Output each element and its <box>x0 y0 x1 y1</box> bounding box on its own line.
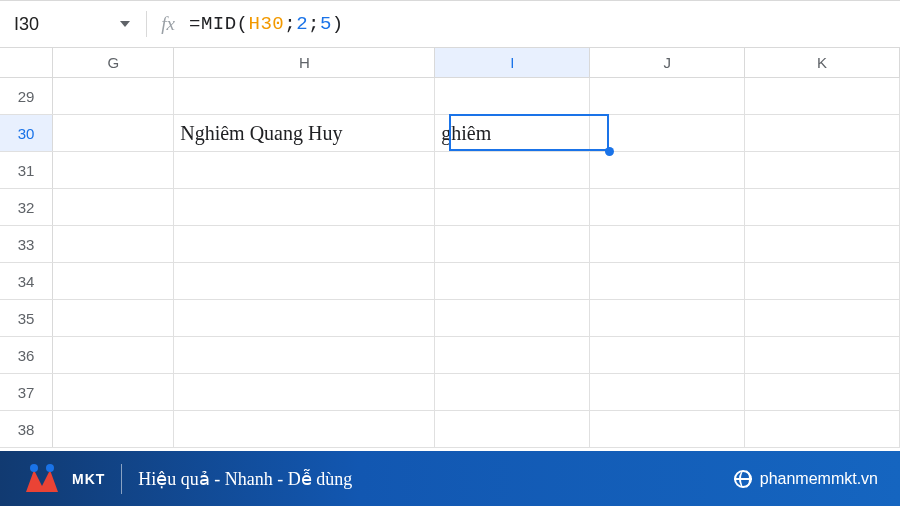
table-row: 35 <box>0 300 900 337</box>
cell-G33[interactable] <box>53 226 174 262</box>
col-header-H[interactable]: H <box>174 48 435 77</box>
cell-G37[interactable] <box>53 374 174 410</box>
name-box-value: I30 <box>14 14 39 35</box>
table-row: 33 <box>0 226 900 263</box>
row-header-34[interactable]: 34 <box>0 263 53 299</box>
cell-H37[interactable] <box>174 374 435 410</box>
fx-icon[interactable]: fx <box>157 13 179 35</box>
footer-slogan: Hiệu quả - Nhanh - Dễ dùng <box>138 468 352 490</box>
cell-I35[interactable] <box>435 300 590 336</box>
cell-J36[interactable] <box>590 337 745 373</box>
cell-H30[interactable]: Nghiêm Quang Huy <box>174 115 435 151</box>
row-header-31[interactable]: 31 <box>0 152 53 188</box>
formula-bar: I30 fx =MID(H30;2;5) <box>0 0 900 48</box>
chevron-down-icon[interactable] <box>120 21 130 27</box>
column-headers: GHIJK <box>0 48 900 78</box>
fill-handle[interactable] <box>605 147 614 156</box>
table-row: 36 <box>0 337 900 374</box>
cell-I30[interactable]: ghiêm <box>435 115 590 151</box>
cell-G32[interactable] <box>53 189 174 225</box>
cell-J35[interactable] <box>590 300 745 336</box>
cell-H34[interactable] <box>174 263 435 299</box>
cell-H33[interactable] <box>174 226 435 262</box>
table-row: 31 <box>0 152 900 189</box>
cell-H32[interactable] <box>174 189 435 225</box>
svg-point-1 <box>46 464 54 472</box>
row-header-30[interactable]: 30 <box>0 115 53 151</box>
col-header-J[interactable]: J <box>590 48 745 77</box>
cell-K31[interactable] <box>745 152 900 188</box>
brand-logo: MKT <box>22 462 105 496</box>
cell-K32[interactable] <box>745 189 900 225</box>
cell-G31[interactable] <box>53 152 174 188</box>
cell-K38[interactable] <box>745 411 900 447</box>
cell-J33[interactable] <box>590 226 745 262</box>
row-header-35[interactable]: 35 <box>0 300 53 336</box>
cell-I31[interactable] <box>435 152 590 188</box>
table-row: 34 <box>0 263 900 300</box>
table-row: 37 <box>0 374 900 411</box>
spreadsheet-grid[interactable]: GHIJK 2930Nghiêm Quang Huyghiêm313233343… <box>0 48 900 506</box>
cell-J38[interactable] <box>590 411 745 447</box>
svg-point-0 <box>30 464 38 472</box>
cell-G35[interactable] <box>53 300 174 336</box>
cell-J32[interactable] <box>590 189 745 225</box>
row-header-36[interactable]: 36 <box>0 337 53 373</box>
row-header-38[interactable]: 38 <box>0 411 53 447</box>
cell-K36[interactable] <box>745 337 900 373</box>
cell-I32[interactable] <box>435 189 590 225</box>
cell-K37[interactable] <box>745 374 900 410</box>
cell-J37[interactable] <box>590 374 745 410</box>
row-header-29[interactable]: 29 <box>0 78 53 114</box>
cell-G38[interactable] <box>53 411 174 447</box>
cell-I34[interactable] <box>435 263 590 299</box>
cell-K30[interactable] <box>745 115 900 151</box>
col-header-K[interactable]: K <box>745 48 900 77</box>
globe-icon <box>734 470 752 488</box>
cell-K29[interactable] <box>745 78 900 114</box>
cell-K35[interactable] <box>745 300 900 336</box>
cell-J31[interactable] <box>590 152 745 188</box>
cell-G30[interactable] <box>53 115 174 151</box>
logo-icon <box>22 462 62 496</box>
select-all-corner[interactable] <box>0 48 53 77</box>
col-header-G[interactable]: G <box>53 48 174 77</box>
site-url: phanmemmkt.vn <box>760 470 878 488</box>
cell-J30[interactable] <box>590 115 745 151</box>
table-row: 30Nghiêm Quang Huyghiêm <box>0 115 900 152</box>
cell-I37[interactable] <box>435 374 590 410</box>
table-row: 29 <box>0 78 900 115</box>
row-header-37[interactable]: 37 <box>0 374 53 410</box>
spreadsheet-app: I30 fx =MID(H30;2;5) GHIJK 2930Nghiêm Qu… <box>0 0 900 506</box>
row-header-32[interactable]: 32 <box>0 189 53 225</box>
cell-G34[interactable] <box>53 263 174 299</box>
cell-K33[interactable] <box>745 226 900 262</box>
name-box[interactable]: I30 <box>14 14 136 35</box>
cell-G29[interactable] <box>53 78 174 114</box>
cell-I29[interactable] <box>435 78 590 114</box>
footer: MKT Hiệu quả - Nhanh - Dễ dùng phanmemmk… <box>0 451 900 506</box>
cell-H35[interactable] <box>174 300 435 336</box>
cell-J34[interactable] <box>590 263 745 299</box>
cell-H36[interactable] <box>174 337 435 373</box>
logo-text: MKT <box>72 471 105 487</box>
table-row: 38 <box>0 411 900 448</box>
col-header-I[interactable]: I <box>435 48 590 77</box>
cell-H31[interactable] <box>174 152 435 188</box>
cell-K34[interactable] <box>745 263 900 299</box>
cell-H29[interactable] <box>174 78 435 114</box>
cell-G36[interactable] <box>53 337 174 373</box>
formula-input[interactable]: =MID(H30;2;5) <box>189 13 344 35</box>
cell-H38[interactable] <box>174 411 435 447</box>
cell-I36[interactable] <box>435 337 590 373</box>
cell-J29[interactable] <box>590 78 745 114</box>
table-row: 32 <box>0 189 900 226</box>
separator <box>146 11 147 37</box>
row-header-33[interactable]: 33 <box>0 226 53 262</box>
cell-I38[interactable] <box>435 411 590 447</box>
separator <box>121 464 122 494</box>
rows-container: 2930Nghiêm Quang Huyghiêm313233343536373… <box>0 78 900 448</box>
cell-I33[interactable] <box>435 226 590 262</box>
footer-site[interactable]: phanmemmkt.vn <box>734 470 878 488</box>
